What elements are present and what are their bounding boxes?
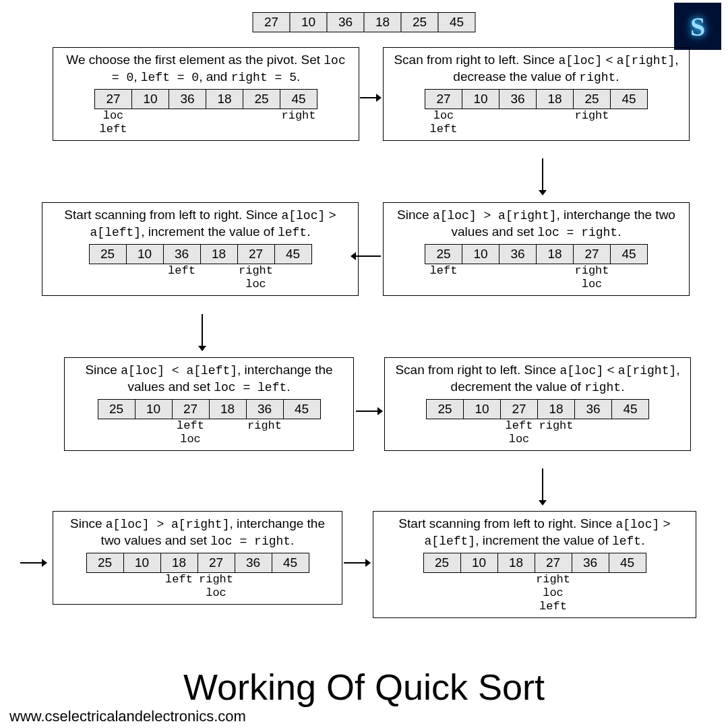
array-cell: 45 [611,399,649,419]
step-array: 271036182545 [425,89,648,109]
array-cell: 25 [98,399,135,419]
step-description: Start scanning from left to right. Since… [49,207,351,240]
array-cell: 27 [237,244,275,264]
array-cell: 45 [283,399,321,419]
array-cell: 18 [536,89,574,109]
flow-arrow-icon [20,556,47,570]
flow-arrow-icon [536,468,549,506]
step-description: Scan from right to left. Since a[loc] < … [392,362,684,395]
pointer-label: right [198,573,235,586]
flow-arrow-icon [344,556,371,570]
array-cell: 25 [423,553,461,573]
step-array: 251027183645 [98,399,321,419]
pointer-label: loc [198,586,235,599]
array-cell: 45 [438,12,476,32]
array-cell: 27 [198,553,235,573]
step-box: Scan from right to left. Since a[loc] < … [384,357,691,451]
pointer-labels: loc [426,433,649,446]
flow-arrow-icon [360,91,382,104]
array-cell: 18 [160,553,198,573]
array-cell: 45 [609,553,646,573]
brand-logo: S [674,3,721,50]
array-cell: 36 [499,244,537,264]
pointer-label: left [172,419,210,432]
step-description: Since a[loc] < a[left], interchange the … [71,362,346,395]
array-cell: 10 [290,12,328,32]
initial-array: 271036182545 [253,12,476,32]
pointer-label: right [280,109,317,122]
step-array: 251036182745 [89,244,312,264]
pointer-label: left [425,123,462,135]
pointer-label: right [246,419,284,432]
pointer-labels: locright [94,109,317,123]
svg-marker-4 [377,407,383,415]
step-description: Since a[loc] > a[right], interchange the… [390,207,682,240]
flow-arrow-icon [195,314,209,351]
pointer-labels: leftright [98,419,321,433]
array-cell: 18 [536,244,574,264]
pointer-label: right [573,109,611,122]
array-cell: 25 [401,12,439,32]
pointer-label: left [160,573,198,586]
pointer-labels: loc [98,433,321,446]
pointer-labels: locright [425,109,648,123]
pointer-labels: loc [89,278,312,291]
step-box: Start scanning from left to right. Since… [42,202,359,296]
array-cell: 36 [574,399,612,419]
array-cell: 18 [364,12,402,32]
array-cell: 36 [499,89,537,109]
array-cell: 27 [253,12,291,32]
array-cell: 27 [172,399,210,419]
array-cell: 18 [200,244,238,264]
pointer-label: left [535,600,572,613]
array-cell: 25 [426,399,464,419]
array-cell: 25 [573,89,611,109]
pointer-label: right [535,573,572,586]
step-array: 251036182745 [425,244,648,264]
array-cell: 45 [280,89,317,109]
pointer-labels: right [423,573,646,586]
pointer-label: loc [535,586,572,599]
pointer-labels: leftright [86,573,309,586]
flow-arrow-icon [536,158,549,195]
array-cell: 45 [610,244,648,264]
array-cell: 27 [94,89,132,109]
array-cell: 36 [163,244,201,264]
pointer-label: left [425,264,462,277]
array-cell: 18 [209,399,247,419]
array-cell: 10 [460,553,498,573]
array-cell: 10 [463,399,501,419]
array-cell: 10 [135,399,173,419]
step-box: Since a[loc] < a[left], interchange the … [64,357,354,451]
pointer-label: loc [237,278,275,291]
pointer-label: loc [172,433,210,446]
step-array: 251018273645 [86,553,309,573]
svg-marker-0 [376,94,382,102]
array-cell: 10 [123,553,161,573]
pointer-labels: left [94,123,317,136]
pointer-label: loc [94,109,132,122]
svg-marker-6 [365,559,371,567]
step-box: We choose the first element as the pivot… [53,47,359,141]
step-description: We choose the first element as the pivot… [60,52,352,85]
array-cell: 18 [206,89,243,109]
step-array: 251027183645 [426,399,649,419]
pointer-label: loc [425,109,462,122]
source-url: www.cselectricalandelectronics.com [9,708,246,725]
array-cell: 18 [537,399,575,419]
array-cell: 45 [610,89,648,109]
array-cell: 36 [246,399,284,419]
svg-marker-1 [539,190,547,195]
pointer-label: left [163,264,201,277]
pointer-label: left [500,419,538,432]
pointer-labels: leftright [426,419,649,433]
step-array: 251018273645 [423,553,646,573]
array-cell: 27 [425,89,462,109]
array-cell: 10 [462,89,499,109]
array-cell: 27 [535,553,572,573]
pointer-labels: leftright [89,264,312,278]
svg-marker-3 [198,346,206,351]
step-box: Since a[loc] > a[right], interchange the… [53,511,342,605]
array-cell: 25 [86,553,124,573]
pointer-label: left [94,123,132,135]
